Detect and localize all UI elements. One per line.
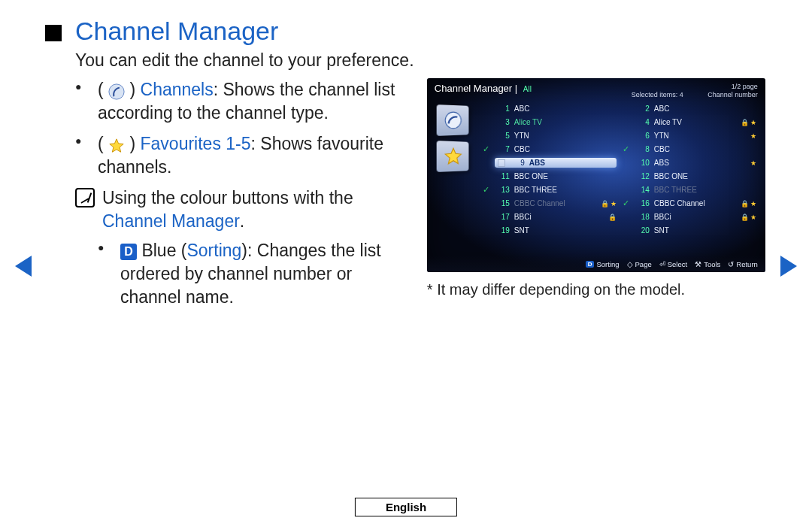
channel-row: 19SNT20SNT (480, 224, 759, 238)
footer-sorting-label: Sorting (596, 260, 619, 268)
check-icon: ✓ (623, 144, 630, 154)
tv-pipe: | (515, 83, 520, 94)
channel-name: BBCi (514, 213, 592, 221)
footnote-star: * (427, 281, 433, 298)
tv-title: Channel Manager (435, 83, 512, 94)
channel-cell[interactable]: 6YTN★ (620, 132, 759, 140)
side-tab-channels[interactable] (436, 104, 468, 136)
nav-prev[interactable] (15, 256, 32, 277)
channel-number: 16 (635, 199, 650, 207)
manual-page: Channel Manager You can edit the channel… (0, 0, 812, 530)
right-column: Channel Manager | All 1/2 page Selected … (427, 78, 767, 309)
svg-point-2 (445, 112, 461, 129)
language-box[interactable]: English (355, 498, 457, 516)
channel-cell[interactable]: 11BBC ONE (480, 172, 620, 180)
check-icon: ✓ (623, 198, 630, 208)
footer-tools[interactable]: ⚒Tools (695, 260, 720, 268)
lock-icon: 🔒 (741, 200, 749, 207)
channel-number: 10 (635, 159, 650, 167)
star-icon: ★ (750, 214, 756, 221)
note-link: Channel Manager (102, 211, 240, 231)
channel-cell[interactable]: 5YTN (480, 132, 620, 140)
channel-cell[interactable]: 20SNT (620, 226, 759, 235)
channel-cell[interactable]: 4Alice TV🔒★ (620, 118, 759, 126)
channel-cell[interactable]: 19SNT (480, 226, 620, 235)
channel-row: 11BBC ONE12BBC ONE (480, 170, 759, 183)
channel-name: BBC ONE (514, 172, 592, 180)
fav-dash: - (235, 134, 241, 153)
star-icon: ★ (611, 200, 617, 207)
channel-number: 5 (495, 132, 510, 140)
channel-name: BBC ONE (654, 172, 732, 180)
tv-selected: Selected items: 4 Channel number (632, 91, 758, 99)
channel-cell[interactable]: 15CBBC Channel🔒★ (480, 199, 620, 207)
channel-cell[interactable]: ✓13BBC THREE (480, 185, 620, 195)
channel-number: 12 (635, 172, 650, 180)
sub-sort: Sorting (186, 241, 241, 260)
footer-page[interactable]: ◇Page (627, 260, 652, 268)
channel-number: 17 (495, 213, 510, 221)
satellite-icon (108, 83, 125, 99)
paren-open-2: ( (98, 134, 104, 153)
channel-name: ABS (529, 159, 589, 167)
tv-body: 1ABC2ABC3Alice TV4Alice TV🔒★5YTN6YTN★✓7C… (427, 99, 765, 250)
channel-name: BBC THREE (514, 186, 592, 194)
channel-number: 15 (495, 199, 510, 207)
channel-row: 15CBBC Channel🔒★✓16CBBC Channel🔒★ (480, 197, 759, 210)
channel-cell[interactable]: ✓16CBBC Channel🔒★ (620, 198, 759, 208)
footer-return[interactable]: ↺Return (728, 260, 758, 268)
title-row: Channel Manager (45, 17, 767, 46)
bullet-list: ( ) Channels: Shows the channel list acc… (45, 78, 414, 179)
channel-row: 9ABS10ABS★ (480, 156, 759, 170)
channel-number: 4 (635, 118, 650, 126)
svg-marker-3 (445, 148, 461, 164)
side-tab-favourites[interactable] (436, 141, 468, 172)
channel-cell[interactable]: 10ABS★ (620, 159, 759, 167)
fav-num: 5 (241, 134, 251, 153)
channel-cell[interactable]: 3Alice TV (480, 118, 620, 126)
nav-next[interactable] (780, 256, 797, 277)
return-icon: ↺ (728, 260, 734, 268)
channel-cell[interactable]: 18BBCi🔒★ (620, 213, 759, 221)
footer-return-label: Return (736, 260, 758, 268)
selected-channel-pill[interactable]: 9ABS (495, 158, 617, 168)
footer-select-label: Select (668, 260, 687, 268)
note-pre: Using the colour buttons with the (102, 188, 353, 207)
intro-text: You can edit the channel to your prefere… (75, 50, 767, 71)
footer-tools-label: Tools (704, 260, 720, 268)
channel-cell[interactable]: 14BBC THREE (620, 186, 759, 194)
channel-cell[interactable]: ✓8CBC (620, 144, 759, 154)
sub-list: D Blue (Sorting): Changes the list order… (45, 239, 414, 309)
channel-cell[interactable]: 12BBC ONE (620, 172, 759, 180)
tv-header-right: 1/2 page Selected items: 4 Channel numbe… (632, 83, 758, 99)
footer-sorting[interactable]: DSorting (586, 260, 620, 268)
channel-number: 14 (635, 186, 650, 194)
left-column: ( ) Channels: Shows the channel list acc… (45, 78, 414, 309)
channel-name: BBC THREE (654, 186, 732, 194)
star-icon: ★ (750, 119, 756, 126)
channel-number: 8 (635, 145, 650, 153)
channel-badges: ★ (737, 159, 756, 167)
tools-icon: ⚒ (695, 260, 701, 268)
channel-cell[interactable]: ✓7CBC (480, 144, 620, 154)
enter-icon: ⏎ (659, 260, 665, 268)
fav-label: Favourites 1 (141, 134, 236, 153)
channel-cell[interactable]: 9ABS (480, 158, 620, 168)
updown-icon: ◇ (627, 260, 633, 268)
note-icon (75, 188, 95, 207)
channel-cell[interactable]: 1ABC (480, 104, 620, 113)
svg-marker-1 (110, 139, 123, 152)
tv-all-tag: All (523, 85, 532, 93)
channel-row: 5YTN6YTN★ (480, 129, 759, 143)
paren-close-2: ) (129, 134, 140, 153)
tv-channel-grid: 1ABC2ABC3Alice TV4Alice TV🔒★5YTN6YTN★✓7C… (480, 99, 765, 250)
channel-name: SNT (514, 226, 592, 235)
channel-row: ✓7CBC✓8CBC (480, 143, 759, 156)
channel-cell[interactable]: 17BBCi🔒 (480, 213, 620, 221)
tv-header: Channel Manager | All 1/2 page Selected … (427, 78, 765, 99)
footer-select[interactable]: ⏎Select (659, 260, 687, 268)
note-post: . (240, 211, 244, 231)
channel-cell[interactable]: 2ABC (620, 104, 759, 113)
checkbox[interactable] (498, 159, 505, 167)
channel-number: 11 (495, 172, 510, 180)
